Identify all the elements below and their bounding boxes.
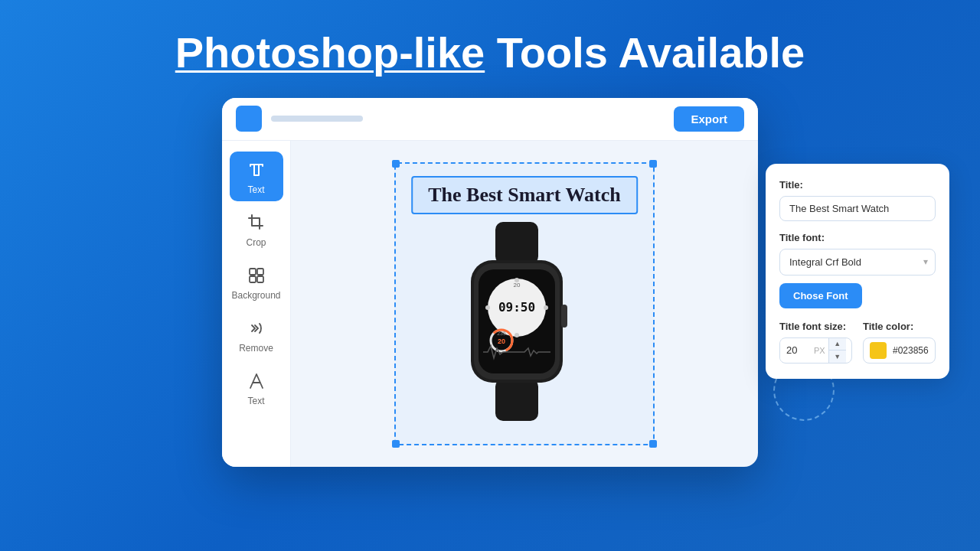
tool-crop[interactable]: Crop	[230, 204, 283, 254]
main-area: Text Crop	[222, 141, 758, 467]
svg-rect-2	[250, 276, 256, 282]
selection-box: The Best Smart Watch	[394, 162, 655, 445]
tool-text-2[interactable]: Text	[230, 363, 283, 412]
svg-point-12	[514, 333, 519, 337]
title-input[interactable]	[779, 196, 936, 221]
size-color-row: Title font size: PX ▲ ▼ Title color:	[779, 321, 936, 364]
size-col: Title font size: PX ▲ ▼	[779, 321, 852, 364]
tool-text-label: Text	[247, 184, 264, 195]
svg-text:235: 235	[497, 331, 506, 336]
tool-crop-label: Crop	[246, 237, 266, 248]
svg-rect-0	[250, 269, 256, 275]
svg-text:20: 20	[514, 282, 521, 289]
size-label: Title font size:	[779, 321, 852, 332]
remove-icon	[246, 318, 267, 339]
size-arrows: ▲ ▼	[828, 338, 846, 363]
tool-remove-label: Remove	[239, 343, 273, 354]
properties-panel: Title: Title font: Integral Crf Bold ▾ C…	[766, 164, 949, 379]
top-bar-left	[236, 106, 363, 132]
corner-bl	[392, 440, 400, 448]
color-wrap[interactable]: #023856	[863, 337, 936, 364]
svg-text:09:50: 09:50	[498, 300, 535, 315]
title-label: Title:	[779, 179, 936, 191]
logo-square	[236, 106, 262, 132]
svg-point-14	[544, 305, 548, 310]
canvas-title-box[interactable]: The Best Smart Watch	[411, 176, 638, 214]
text2-icon	[246, 370, 267, 392]
top-bar-line	[271, 116, 363, 122]
svg-rect-4	[495, 222, 538, 264]
svg-point-13	[485, 305, 490, 310]
page-header: Photoshop-like Tools Available	[175, 0, 805, 98]
export-button[interactable]: Export	[674, 106, 744, 132]
crop-icon	[246, 212, 267, 233]
svg-rect-9	[561, 305, 567, 328]
size-down-button[interactable]: ▼	[829, 350, 846, 363]
tool-remove[interactable]: Remove	[230, 310, 283, 360]
tool-text2-label: Text	[247, 396, 264, 406]
choose-font-button[interactable]: Chose Font	[779, 283, 862, 308]
corner-br	[649, 440, 657, 448]
size-input[interactable]	[780, 339, 811, 361]
font-select-wrap: Integral Crf Bold ▾	[779, 249, 936, 276]
svg-rect-1	[257, 269, 263, 275]
font-label: Title font:	[779, 232, 936, 243]
tool-text-active[interactable]: Text	[230, 152, 283, 201]
watch-image: 09:50 20 235 20	[440, 222, 609, 436]
background-icon	[246, 265, 267, 286]
color-hex: #023856	[893, 345, 929, 356]
color-swatch[interactable]	[870, 342, 887, 359]
title-highlight: Photoshop-like	[175, 28, 485, 77]
color-col: Title color: #023856	[863, 321, 936, 364]
size-unit: PX	[811, 346, 828, 355]
top-bar: Export	[222, 98, 758, 141]
text-icon	[246, 159, 267, 181]
sidebar: Text Crop	[222, 141, 291, 467]
corner-tl	[392, 160, 400, 168]
svg-text:20: 20	[498, 337, 505, 345]
size-input-wrap: PX ▲ ▼	[779, 337, 852, 364]
page-title: Photoshop-like Tools Available	[175, 29, 805, 77]
tool-background[interactable]: Background	[230, 257, 283, 307]
corner-tr	[649, 160, 657, 168]
color-label: Title color:	[863, 321, 936, 332]
canvas-title-text: The Best Smart Watch	[428, 184, 621, 206]
tool-background-label: Background	[231, 290, 280, 301]
svg-rect-5	[495, 379, 538, 421]
size-up-button[interactable]: ▲	[829, 338, 846, 350]
canvas-area[interactable]: The Best Smart Watch	[291, 141, 758, 467]
app-container: Export Text	[222, 98, 758, 467]
svg-rect-3	[257, 276, 263, 282]
font-select[interactable]: Integral Crf Bold	[779, 249, 936, 276]
